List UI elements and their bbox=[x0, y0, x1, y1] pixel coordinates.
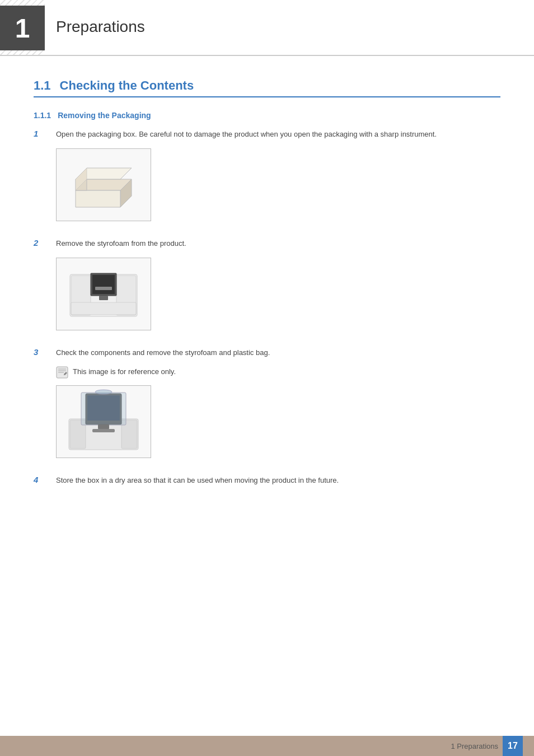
svg-rect-11 bbox=[99, 296, 108, 300]
svg-rect-10 bbox=[92, 275, 115, 294]
section-1-1: 1.1 Checking the Contents 1.1.1 Removing… bbox=[34, 78, 500, 494]
step-1-text: Open the packaging box. Be careful not t… bbox=[56, 129, 500, 141]
svg-rect-24 bbox=[92, 429, 115, 432]
step-2-number: 2 bbox=[34, 238, 50, 248]
step-1-image bbox=[56, 148, 151, 221]
step-3-content: Check the components and remove the styr… bbox=[56, 347, 500, 464]
page-footer: 1 Preparations 17 bbox=[0, 736, 534, 756]
monitor-bag-svg bbox=[64, 388, 143, 455]
chapter-header: 1 Preparations bbox=[0, 0, 534, 56]
main-content: 1.1 Checking the Contents 1.1.1 Removing… bbox=[0, 56, 534, 556]
section-1-1-number: 1.1 bbox=[34, 78, 51, 93]
step-3-image bbox=[56, 385, 151, 458]
step-4-content: Store the box in a dry area so that it c… bbox=[56, 475, 500, 494]
step-4-number: 4 bbox=[34, 475, 50, 484]
subsection-number: 1.1.1 bbox=[34, 111, 51, 120]
svg-rect-23 bbox=[98, 424, 109, 429]
step-2-image bbox=[56, 258, 151, 330]
step-2: 2 Remove the styrofoam from the product. bbox=[34, 238, 500, 336]
section-1-1-heading: 1.1 Checking the Contents bbox=[34, 78, 500, 97]
note-text: This image is for reference only. bbox=[73, 366, 176, 377]
step-3-number: 3 bbox=[34, 347, 50, 357]
step-4-text: Store the box in a dry area so that it c… bbox=[56, 475, 500, 487]
chapter-title: Preparations bbox=[56, 18, 145, 38]
footer-page-number: 17 bbox=[503, 736, 523, 756]
chapter-header-divider bbox=[0, 55, 534, 56]
note-box: This image is for reference only. bbox=[56, 366, 500, 379]
step-1-number: 1 bbox=[34, 129, 50, 138]
svg-rect-12 bbox=[71, 302, 136, 315]
svg-marker-2 bbox=[76, 190, 120, 207]
svg-rect-21 bbox=[81, 393, 126, 425]
step-1-content: Open the packaging box. Be careful not t… bbox=[56, 129, 500, 227]
svg-point-22 bbox=[95, 390, 112, 394]
step-4: 4 Store the box in a dry area so that it… bbox=[34, 475, 500, 494]
step-2-text: Remove the styrofoam from the product. bbox=[56, 238, 500, 250]
section-1-1-title-text: Checking the Contents bbox=[60, 78, 194, 93]
chapter-number: 1 bbox=[0, 6, 45, 50]
step-2-content: Remove the styrofoam from the product. bbox=[56, 238, 500, 336]
styrofoam-svg bbox=[64, 263, 143, 325]
step-1: 1 Open the packaging box. Be careful not… bbox=[34, 129, 500, 227]
step-3-text: Check the components and remove the styr… bbox=[56, 347, 500, 359]
svg-rect-13 bbox=[95, 287, 112, 290]
step-3: 3 Check the components and remove the st… bbox=[34, 347, 500, 464]
subsection-title-text: Removing the Packaging bbox=[58, 111, 151, 120]
footer-label: 1 Preparations bbox=[451, 742, 498, 750]
cardboard-box-svg bbox=[64, 157, 143, 213]
subsection-1-1-1-heading: 1.1.1 Removing the Packaging bbox=[34, 111, 500, 120]
subsection-1-1-1: 1.1.1 Removing the Packaging 1 Open the … bbox=[34, 111, 500, 494]
note-icon bbox=[56, 366, 68, 379]
